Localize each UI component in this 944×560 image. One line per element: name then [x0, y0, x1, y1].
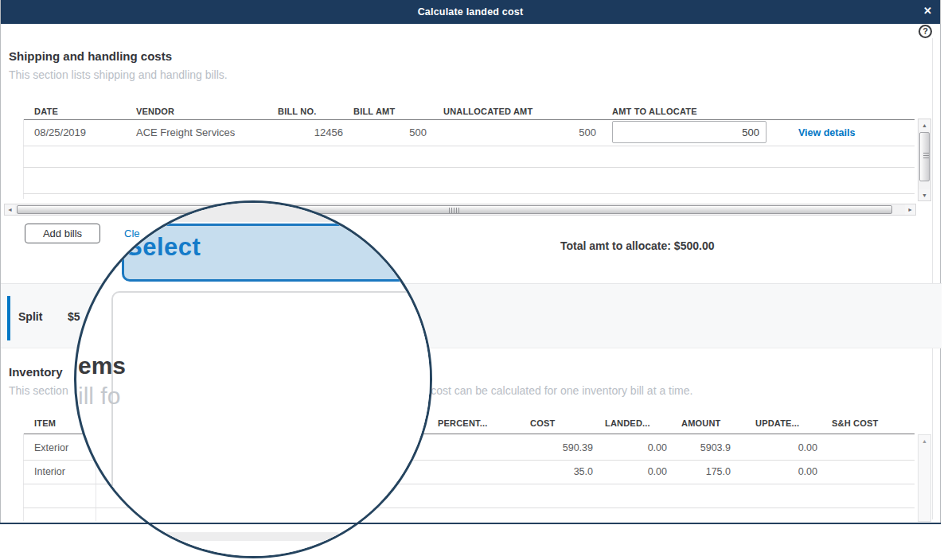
scroll-left-icon[interactable]: ◄	[5, 204, 15, 215]
magnified-subtitle-fragment: ill fo	[78, 383, 120, 410]
table1-left-border	[23, 119, 24, 199]
col-amt-to-allocate: AMT TO ALLOCATE	[612, 107, 697, 116]
cell-bill-amt: 500	[347, 126, 427, 138]
cell-item: Interior	[34, 466, 65, 477]
magnifier-circle: Select Quantity Percentage Amount S&H Co…	[74, 200, 432, 558]
scroll-right-icon[interactable]: ►	[905, 204, 915, 215]
table2-vertical-scrollbar[interactable]: ▲	[918, 434, 931, 522]
shipping-section-heading: Shipping and handling costs	[9, 49, 172, 63]
cell-update: 0.00	[738, 442, 817, 453]
cell-update: 0.00	[738, 466, 817, 477]
col-unallocated-amt: UNALLOCATED AMT	[443, 107, 532, 116]
magnified-bottom-band	[160, 532, 339, 541]
inventory-section-heading: Inventory	[9, 365, 63, 379]
cell-cost: 35.0	[513, 466, 593, 477]
col-amount: AMOUNT	[681, 418, 720, 428]
scrollbar-grip-icon	[923, 153, 929, 160]
col-sh-cost: S&H COST	[832, 418, 878, 428]
col-percent: PERCENT...	[438, 418, 488, 428]
cell-cost: 590.39	[513, 442, 593, 453]
scrollbar-thumb[interactable]	[919, 132, 930, 181]
table1-horizontal-scrollbar[interactable]: ◄ ►	[4, 204, 916, 216]
shipping-section-subtitle: This section lists shipping and handling…	[9, 68, 228, 81]
col-cost: COST	[530, 418, 555, 428]
dialog-titlebar: Calculate landed cost ✕	[1, 0, 940, 24]
col-vendor: VENDOR	[136, 107, 174, 116]
tab-split[interactable]: Split	[18, 310, 42, 323]
scrollbar-thumb[interactable]	[17, 205, 892, 214]
cell-bill-no: 12456	[263, 126, 343, 138]
amt-to-allocate-input[interactable]	[612, 121, 767, 143]
cell-amount: 175.0	[651, 466, 731, 477]
col-update: UPDATE...	[755, 418, 799, 428]
clear-link[interactable]: Cle	[124, 228, 140, 239]
total-amt-to-allocate: Total amt to allocate: $500.00	[560, 239, 714, 252]
split-tab-active-bar	[7, 296, 10, 340]
table1-vertical-scrollbar[interactable]: ▲ ▼	[918, 119, 931, 201]
cell-item: Exterior	[34, 442, 68, 453]
split-amount: $5	[68, 310, 80, 323]
magnified-heading-fragment: ems	[78, 352, 126, 379]
dialog-bottom-border	[0, 523, 941, 524]
scrollbar-grip-icon	[449, 208, 460, 213]
cell-vendor: ACE Freight Services	[136, 126, 235, 138]
view-details-link[interactable]: View details	[798, 127, 855, 138]
table1-header-rule	[23, 119, 915, 120]
inventory-subtitle-right: ded cost can be calculated for one inven…	[409, 384, 692, 397]
inventory-subtitle-left: This section	[9, 384, 68, 397]
col-date: DATE	[34, 107, 58, 116]
scroll-down-icon[interactable]: ▼	[919, 189, 930, 200]
col-bill-no: BILL NO.	[278, 107, 316, 116]
dialog-right-gutter	[932, 38, 933, 519]
close-icon[interactable]: ✕	[923, 6, 932, 16]
scroll-up-icon[interactable]: ▲	[919, 435, 930, 446]
col-landed: LANDED...	[605, 418, 650, 428]
dialog-title: Calculate landed cost	[418, 6, 524, 18]
cell-amount: 5903.9	[651, 442, 731, 453]
row-divider	[23, 193, 915, 194]
cell-date: 08/25/2019	[34, 126, 86, 138]
help-icon[interactable]: ?	[919, 25, 932, 38]
cell-unallocated-amt: 500	[517, 126, 596, 138]
col-item: ITEM	[34, 418, 56, 428]
add-bills-button[interactable]: Add bills	[25, 224, 100, 243]
scroll-up-icon[interactable]: ▲	[919, 119, 930, 130]
col-bill-amt: BILL AMT	[353, 107, 395, 116]
row-divider	[23, 167, 915, 168]
row-divider	[23, 146, 915, 146]
